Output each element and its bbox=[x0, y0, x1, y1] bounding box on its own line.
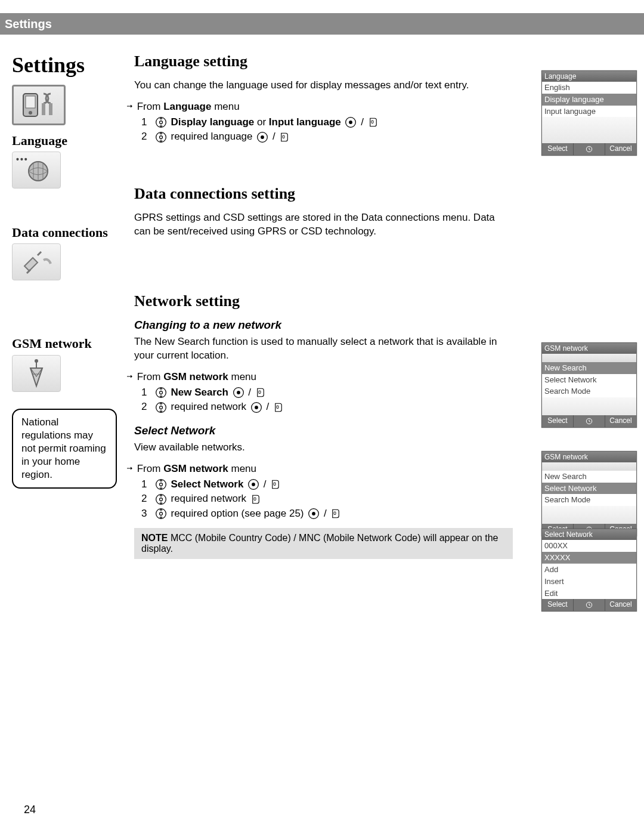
clock-icon bbox=[573, 599, 605, 611]
page-header: Settings bbox=[0, 13, 644, 35]
dot-icon bbox=[247, 478, 259, 490]
network-step2-1: 1 Select Network / bbox=[141, 478, 513, 491]
network-desc1: The New Search function is used to manua… bbox=[134, 335, 513, 363]
clock-icon bbox=[573, 143, 605, 155]
arrow-right-icon bbox=[126, 373, 134, 380]
network-from2: From GSM network menu bbox=[134, 463, 513, 475]
page-number: 24 bbox=[24, 804, 36, 816]
svg-rect-10 bbox=[42, 103, 45, 115]
data-heading: Data connections setting bbox=[134, 185, 513, 203]
language-setting-section: Language setting You can change the lang… bbox=[134, 52, 632, 143]
language-from-line: From Language menu bbox=[134, 101, 513, 113]
network-from1: From GSM network menu bbox=[134, 371, 513, 383]
sidebar-gsm-title: GSM network bbox=[12, 336, 134, 351]
language-step-1: 1 Display language or Input language / bbox=[141, 116, 513, 129]
network-setting-section: Network setting Changing to a new networ… bbox=[134, 292, 632, 559]
network-step1-2: 2 required network / bbox=[141, 401, 513, 413]
language-phone-screenshot: Language English Display language Input … bbox=[541, 70, 637, 156]
language-icon: ••• bbox=[12, 152, 61, 189]
language-desc: You can change the language used for dis… bbox=[134, 79, 513, 92]
gsm-phone-screenshot-2: GSM network New Search Select Network Se… bbox=[541, 451, 637, 536]
network-step1-1: 1 New Search / bbox=[141, 387, 513, 399]
softkey-icon bbox=[270, 478, 281, 490]
network-sub1: Changing to a new network bbox=[134, 319, 513, 332]
network-desc2: View available networks. bbox=[134, 441, 513, 455]
dot-icon bbox=[250, 402, 262, 413]
language-step-2: 2 required language / bbox=[141, 131, 513, 143]
data-connections-section: Data connections setting GPRS settings a… bbox=[134, 185, 632, 239]
svg-point-14 bbox=[35, 359, 38, 363]
sidebar: Settings Language ••• Dat bbox=[12, 52, 134, 584]
softkey-icon bbox=[250, 493, 261, 505]
nav-icon bbox=[155, 493, 167, 505]
dot-icon bbox=[233, 387, 244, 399]
data-desc: GPRS settings and CSD settings are store… bbox=[134, 211, 513, 239]
arrow-right-icon bbox=[126, 465, 134, 472]
roaming-note-text: National regulations may not permit roam… bbox=[21, 416, 106, 480]
nav-icon bbox=[155, 116, 167, 128]
clock-icon bbox=[573, 415, 605, 427]
nav-icon bbox=[155, 478, 167, 490]
gsm-network-icon bbox=[12, 355, 61, 392]
data-connections-icon bbox=[12, 243, 61, 280]
dot-icon bbox=[345, 116, 357, 128]
network-step2-2: 2 required network bbox=[141, 493, 513, 505]
gsm-phone-screenshot-3: Select Network 000XX XXXXX Add Insert Ed… bbox=[541, 529, 637, 612]
softkey-icon bbox=[279, 131, 290, 143]
dot-icon bbox=[308, 508, 320, 520]
svg-rect-11 bbox=[49, 103, 52, 115]
softkey-icon bbox=[330, 508, 341, 520]
sidebar-settings-title: Settings bbox=[12, 52, 134, 78]
nav-icon bbox=[155, 508, 167, 520]
network-sub2: Select Network bbox=[134, 424, 513, 437]
arrow-right-icon bbox=[126, 103, 134, 110]
softkey-icon bbox=[255, 387, 266, 399]
dot-icon bbox=[256, 131, 268, 143]
nav-icon bbox=[155, 387, 167, 399]
sidebar-data-connections-title: Data connections bbox=[12, 226, 134, 240]
softkey-icon bbox=[273, 402, 284, 413]
nav-icon bbox=[155, 402, 167, 413]
language-heading: Language setting bbox=[134, 52, 513, 70]
network-step2-3: 3 required option (see page 25) / bbox=[141, 508, 513, 520]
roaming-note-box: National regulations may not permit roam… bbox=[12, 409, 117, 489]
network-heading: Network setting bbox=[134, 292, 513, 310]
settings-icon bbox=[12, 85, 66, 125]
svg-point-9 bbox=[29, 111, 32, 115]
svg-rect-8 bbox=[26, 96, 35, 108]
softkey-icon bbox=[368, 116, 379, 128]
sidebar-language-title: Language bbox=[12, 134, 134, 148]
note-bar: NOTE MCC (Mobile Country Code) / MNC (Mo… bbox=[134, 528, 513, 559]
header-title: Settings bbox=[5, 17, 52, 31]
nav-icon bbox=[155, 131, 167, 143]
gsm-phone-screenshot-1: GSM network New Search Select Network Se… bbox=[541, 342, 637, 428]
